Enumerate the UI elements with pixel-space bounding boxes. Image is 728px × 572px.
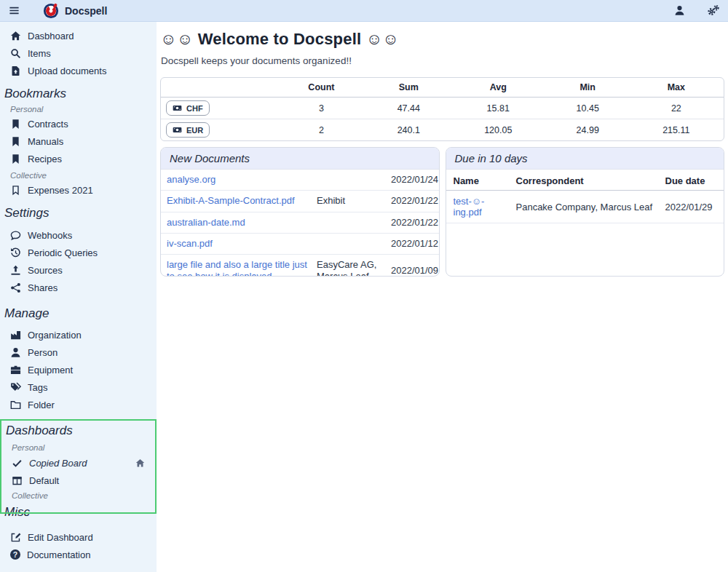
sidebar-item-edit-dashboard[interactable]: Edit Dashboard [0, 528, 157, 546]
document-date: 2022/01/12 [391, 238, 438, 250]
sidebar-item-label: Dasbhoard [28, 31, 74, 41]
sidebar-item-equipment[interactable]: Equipment [0, 361, 157, 378]
sidebar-item-label: Periodic Queries [28, 247, 98, 258]
list-item: Exhibit-A-Sample-Contract.pdf Exhibit 20… [161, 191, 439, 212]
search-icon [10, 48, 21, 59]
due-header-row: Name Correspondent Due date [446, 171, 724, 191]
sidebar-item-label: Expenses 2021 [28, 185, 93, 196]
col-max: Max [629, 78, 724, 98]
bookmark-solid-icon [10, 136, 21, 147]
list-item: large file and also a large title just t… [161, 255, 439, 277]
main-content: ☺☺ Welcome to Docspell ☺☺ Docspell keeps… [157, 22, 728, 572]
sidebar-item-shares[interactable]: Shares [0, 279, 157, 296]
list-item: iv-scan.pdf 2022/01/12 [161, 234, 439, 255]
document-date: 2022/01/24 [391, 174, 438, 186]
user-icon[interactable] [674, 5, 685, 16]
stat-value: 2 [275, 119, 368, 141]
sidebar-item-copied-board[interactable]: Copied Board [1, 454, 155, 472]
sidebar-item-contracts[interactable]: Contracts [0, 115, 157, 132]
table-row-eur: EUR 2 240.1 120.05 24.99 215.11 [161, 119, 724, 141]
sidebar-item-label: Person [28, 347, 58, 358]
money-bill-icon [173, 103, 182, 113]
bookmark-solid-icon [10, 119, 21, 130]
currency-badge-eur[interactable]: EUR [166, 122, 210, 138]
bookmarks-personal-label: Personal [10, 105, 157, 114]
sidebar-item-tags[interactable]: Tags [0, 378, 157, 396]
sidebar-item-label: Contracts [28, 119, 68, 130]
folder-icon [10, 400, 21, 410]
bookmarks-collective-label: Collective [10, 171, 157, 180]
col-avg: Avg [450, 78, 547, 98]
sidebar-item-default-dashboard[interactable]: Default [1, 472, 155, 489]
person-icon [10, 347, 21, 358]
sidebar-item-expenses-2021[interactable]: Expenses 2021 [0, 181, 157, 199]
stat-value: 22 [629, 98, 724, 119]
stat-value: 3 [275, 98, 368, 119]
list-item: australian-date.md 2022/01/22 [161, 212, 439, 234]
document-link[interactable]: australian-date.md [167, 217, 317, 229]
smiley-emoji: ☺☺ [160, 30, 193, 48]
history-icon [10, 247, 21, 258]
file-upload-icon [10, 65, 21, 76]
factory-icon [10, 330, 21, 341]
document-link[interactable]: Exhibit-A-Sample-Contract.pdf [167, 195, 317, 207]
sidebar-item-label: Default [29, 475, 59, 486]
sidebar-item-label: Sources [28, 265, 63, 276]
sidebar-item-label: Items [28, 48, 51, 59]
col-due-date: Due date [662, 171, 724, 191]
sidebar-item-webhooks[interactable]: Webhooks [0, 226, 157, 244]
sidebar-item-organization[interactable]: Organization [0, 326, 157, 343]
sidebar-item-label: Documentation [27, 549, 90, 560]
col-name: Name [446, 171, 513, 191]
sidebar-item-label: Tags [28, 382, 47, 393]
sidebar-item-person[interactable]: Person [0, 343, 157, 361]
col-count: Count [275, 78, 368, 98]
page-subtitle: Docspell keeps your documents organized!… [161, 55, 724, 66]
sidebar-item-sources[interactable]: Sources [0, 261, 157, 279]
document-link[interactable]: analyse.org [167, 174, 317, 186]
sidebar-item-label: Manuals [28, 136, 63, 147]
cogs-icon[interactable] [707, 4, 719, 17]
sidebar: Dasbhoard Items Upload documents Bookmar… [0, 22, 157, 572]
question-circle-icon: ? [10, 549, 20, 560]
tags-icon [10, 382, 21, 393]
table-row: test-☺-ing.pdf Pancake Company, Marcus L… [446, 191, 724, 223]
col-min: Min [547, 78, 629, 98]
currency-stats-card: Count Sum Avg Min Max CHF [160, 77, 724, 141]
page-title: ☺☺ Welcome to Docspell ☺☺ [160, 30, 724, 49]
sidebar-item-periodic-queries[interactable]: Periodic Queries [0, 244, 157, 261]
briefcase-icon [10, 365, 21, 376]
currency-stats-table: Count Sum Avg Min Max CHF [161, 78, 724, 140]
docspell-logo [43, 3, 59, 19]
new-documents-title: New Documents [161, 148, 439, 170]
due-table: Name Correspondent Due date test-☺-ing.p… [446, 171, 724, 223]
sidebar-item-folder[interactable]: Folder [0, 396, 157, 413]
due-panel-title: Due in 10 days [446, 148, 724, 170]
sidebar-item-recipes[interactable]: Recipes [0, 150, 157, 167]
stat-value: 120.05 [450, 119, 547, 141]
document-due-date: 2022/01/29 [662, 191, 724, 223]
upload-icon [10, 265, 21, 276]
currency-badge-chf[interactable]: CHF [166, 100, 210, 116]
document-correspondent: EasyCare AG, Marcus Leaf [317, 259, 391, 277]
document-link[interactable]: test-☺-ing.pdf [454, 196, 485, 218]
sidebar-item-manuals[interactable]: Manuals [0, 132, 157, 150]
dashboards-personal-label: Personal [12, 443, 155, 452]
document-link[interactable]: iv-scan.pdf [167, 238, 317, 250]
sidebar-item-label: Copied Board [29, 458, 87, 469]
app-brand[interactable]: Docspell [43, 3, 107, 19]
document-date: 2022/01/09 [391, 265, 438, 277]
sidebar-item-documentation[interactable]: ? Documentation [0, 546, 157, 563]
document-date: 2022/01/22 [391, 195, 438, 207]
home-icon[interactable] [135, 458, 145, 468]
sidebar-item-items[interactable]: Items [0, 44, 157, 62]
bookmark-solid-icon [10, 154, 21, 164]
menu-icon[interactable] [9, 5, 20, 16]
sidebar-item-label: Webhooks [28, 230, 72, 241]
document-date: 2022/01/22 [391, 217, 438, 229]
document-correspondent: Pancake Company, Marcus Leaf [513, 191, 662, 223]
document-link[interactable]: large file and also a large title just t… [167, 259, 317, 277]
sidebar-item-dashboard[interactable]: Dasbhoard [0, 27, 157, 44]
sidebar-item-upload[interactable]: Upload documents [0, 62, 157, 79]
sidebar-item-label: Folder [28, 400, 55, 410]
